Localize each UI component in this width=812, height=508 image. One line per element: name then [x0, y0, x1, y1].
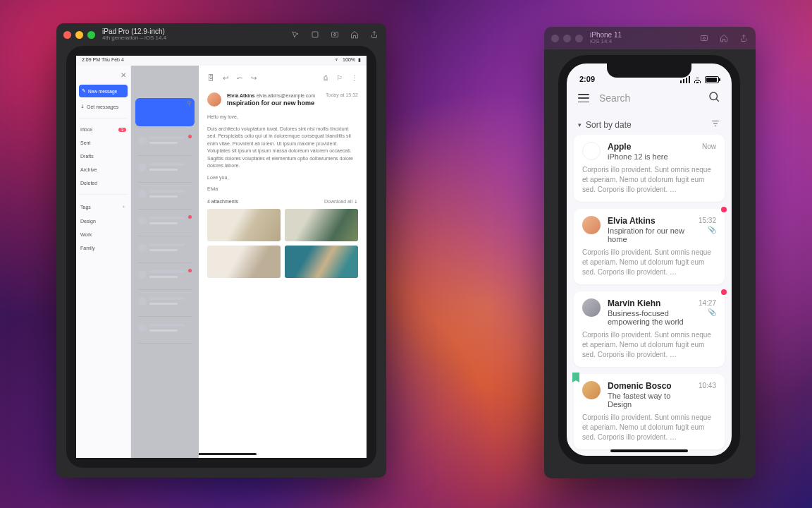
- sim-toolbar: [699, 33, 749, 43]
- message-item[interactable]: Elvia Atkins Inspiration for our new hom…: [574, 209, 725, 284]
- mail-timestamp: Today at 15:32: [326, 92, 358, 107]
- mail-paragraph: Duis architecto voluptatum iuvat. Dolore…: [207, 126, 358, 170]
- iphone-home-indicator[interactable]: [610, 449, 688, 452]
- close-window-icon[interactable]: [551, 35, 559, 42]
- search-icon[interactable]: [708, 90, 720, 106]
- sim-tool-home-icon[interactable]: [719, 33, 729, 43]
- message-item[interactable]: Marvin Kiehn Business-focused empowering…: [574, 291, 725, 367]
- sim-tool-home-icon[interactable]: [350, 30, 359, 40]
- mail-list-item[interactable]: [135, 293, 195, 317]
- mail-list-item[interactable]: [135, 159, 195, 183]
- zoom-window-icon[interactable]: [87, 31, 95, 39]
- mail-list-item[interactable]: [135, 320, 195, 344]
- svg-rect-0: [312, 32, 318, 37]
- message-subject: The fastest way to Design: [608, 392, 691, 409]
- mail-drawer: ✕ ✎ New message ⤓ Get messages Inbox 3: [76, 66, 131, 458]
- filter-icon[interactable]: ⚲: [187, 99, 192, 107]
- mail-list-item[interactable]: [135, 186, 195, 210]
- message-preview: Corporis illo provident. Sunt omnis nequ…: [582, 330, 716, 360]
- print-icon[interactable]: ⎙: [324, 74, 328, 82]
- mail-detail-pane: 🗄 ↩ ⤺ ↪ ⎙ ⚐ ⋮: [199, 66, 367, 458]
- message-item[interactable]: Apple iPhone 12 is here Now Corporis ill…: [574, 135, 725, 202]
- attachment-icon: 📎: [699, 308, 716, 317]
- menu-icon[interactable]: [578, 94, 589, 102]
- ipad-battery-icon: ▮: [358, 57, 361, 66]
- drawer-tag[interactable]: Family: [79, 243, 128, 253]
- mail-list-item-selected[interactable]: [135, 98, 195, 126]
- mail-list-item[interactable]: [135, 212, 195, 236]
- drawer-item-drafts[interactable]: Drafts: [79, 152, 128, 161]
- message-time: 10:43: [699, 381, 716, 390]
- ipad-sim-titlebar[interactable]: iPad Pro (12.9-inch) 4th generation – iO…: [56, 23, 386, 46]
- divider: [79, 194, 128, 195]
- add-tag-icon[interactable]: ＋: [121, 203, 126, 210]
- attachment-thumb[interactable]: [285, 246, 358, 278]
- battery-icon: [705, 76, 719, 83]
- mail-list-item[interactable]: [135, 132, 195, 156]
- new-message-label: New message: [88, 89, 117, 94]
- reply-all-icon[interactable]: ⤺: [237, 74, 242, 82]
- new-message-button[interactable]: ✎ New message: [79, 85, 128, 97]
- message-list[interactable]: Apple iPhone 12 is here Now Corporis ill…: [567, 135, 732, 464]
- sim-device-subtitle: iOS 14.4: [590, 39, 622, 45]
- attachment-thumb[interactable]: [207, 209, 281, 241]
- download-all-button[interactable]: Download all ⤓: [324, 199, 358, 205]
- sim-tool-share-icon[interactable]: [739, 33, 749, 43]
- drawer-item-archive[interactable]: Archive: [79, 165, 128, 174]
- close-window-icon[interactable]: [63, 31, 71, 39]
- search-input[interactable]: Search: [599, 92, 698, 104]
- message-item[interactable]: Elenor Bauch New job opportunities 9:18: [574, 456, 725, 464]
- bookmark-icon[interactable]: ⚐: [336, 74, 343, 82]
- sort-button[interactable]: Sort by date: [586, 120, 632, 130]
- minimize-window-icon[interactable]: [75, 31, 83, 39]
- filter-icon[interactable]: [710, 119, 720, 131]
- attachment-thumb[interactable]: [285, 209, 358, 241]
- window-traffic-lights[interactable]: [551, 35, 583, 42]
- more-icon[interactable]: ⋮: [351, 74, 358, 82]
- minimize-window-icon[interactable]: [563, 35, 571, 42]
- drawer-close-icon[interactable]: ✕: [119, 70, 128, 80]
- sim-device-title: iPad Pro (12.9-inch) 4th generation – iO…: [102, 28, 166, 42]
- unread-dot-icon: [721, 289, 727, 295]
- sender-email: elvia.atkins@example.com: [257, 93, 315, 98]
- flag-icon: [572, 455, 579, 464]
- reply-icon[interactable]: ↩: [223, 74, 228, 82]
- message-sender: Domenic Bosco: [608, 381, 691, 391]
- drawer-tag[interactable]: Design: [79, 217, 128, 226]
- chevron-down-icon[interactable]: ▾: [578, 121, 582, 128]
- tag-label: Work: [80, 232, 92, 237]
- message-preview: Corporis illo provident. Sunt omnis nequ…: [582, 165, 716, 195]
- zoom-window-icon[interactable]: [575, 35, 583, 42]
- tags-label: Tags: [80, 205, 91, 210]
- drawer-item-label: Archive: [80, 167, 97, 172]
- message-subject: Inspiration for our new home: [608, 226, 691, 243]
- drawer-item-sent[interactable]: Sent: [79, 138, 128, 147]
- svg-point-2: [334, 34, 336, 36]
- drawer-tag[interactable]: Work: [79, 230, 128, 239]
- mail-list-item[interactable]: [135, 266, 195, 290]
- message-sender: Elenor Bauch: [608, 464, 696, 464]
- unread-dot-icon: [721, 454, 727, 460]
- sim-tool-share-icon[interactable]: [369, 30, 379, 40]
- message-avatar: [582, 216, 601, 234]
- attachment-thumb[interactable]: [207, 246, 281, 278]
- sim-tool-pointer-icon[interactable]: [290, 30, 300, 40]
- get-messages-button[interactable]: ⤓ Get messages: [79, 102, 128, 111]
- drawer-item-deleted[interactable]: Deleted: [79, 179, 128, 188]
- sender-name: Elvia Atkins: [227, 93, 254, 98]
- message-item[interactable]: Domenic Bosco The fastest way to Design …: [574, 374, 725, 449]
- archive-icon[interactable]: 🗄: [207, 74, 214, 82]
- forward-icon[interactable]: ↪: [251, 74, 257, 82]
- window-traffic-lights[interactable]: [63, 31, 95, 39]
- mail-list-item[interactable]: [135, 239, 195, 263]
- drawer-item-label: Drafts: [80, 154, 94, 159]
- sim-tool-screenshot-icon[interactable]: [310, 30, 320, 40]
- message-avatar: [582, 464, 601, 464]
- inbox-badge: 3: [118, 128, 126, 132]
- sim-tool-screenshot-icon[interactable]: [699, 33, 709, 43]
- ipad-wifi-icon: ᯤ: [335, 57, 340, 66]
- sim-tool-record-icon[interactable]: [330, 30, 340, 40]
- iphone-sim-titlebar[interactable]: iPhone 11 iOS 14.4: [544, 27, 756, 49]
- sim-device-subtitle: 4th generation – iOS 14.4: [102, 35, 166, 42]
- drawer-item-inbox[interactable]: Inbox 3: [79, 125, 128, 134]
